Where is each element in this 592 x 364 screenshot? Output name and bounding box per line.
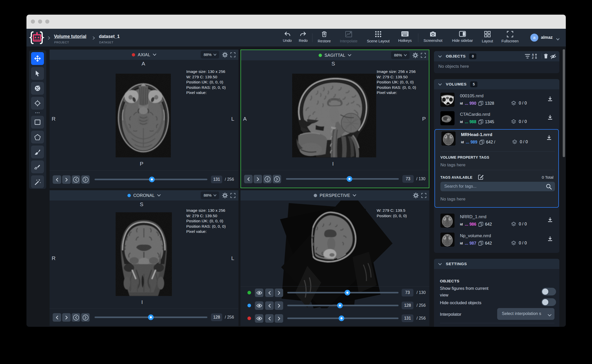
svg-text:Z: Z: [532, 56, 534, 59]
svg-text:A: A: [532, 53, 534, 56]
